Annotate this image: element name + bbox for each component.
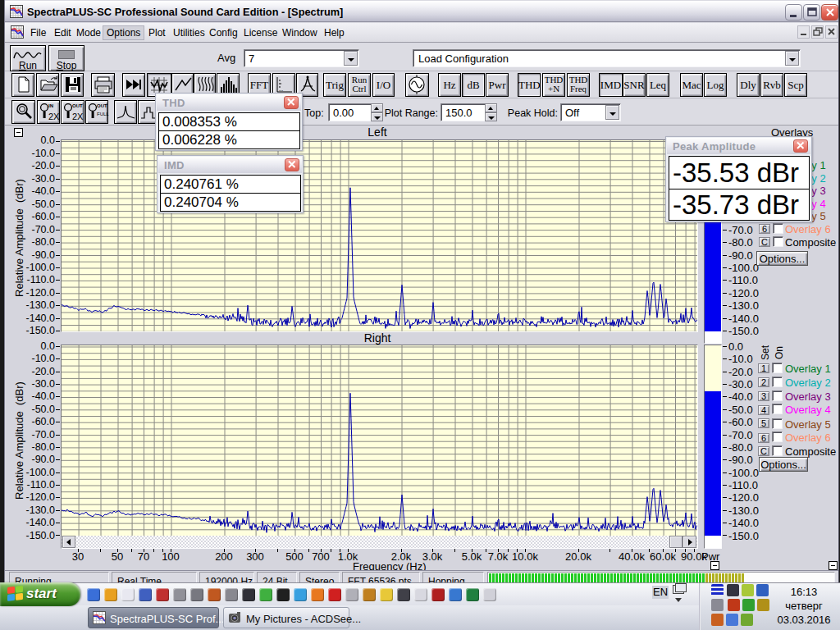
svg-text:...: ... [279, 86, 284, 93]
